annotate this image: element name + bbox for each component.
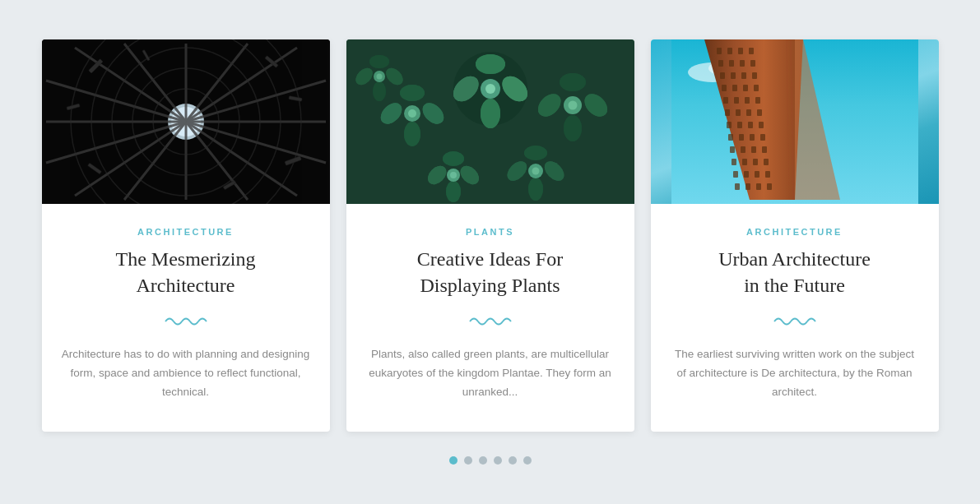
- svg-rect-126: [728, 134, 733, 141]
- svg-rect-145: [767, 183, 772, 190]
- svg-rect-122: [727, 122, 732, 128]
- svg-point-83: [532, 168, 539, 175]
- svg-rect-104: [740, 60, 745, 67]
- card-3-title: Urban Architecture in the Future: [671, 247, 919, 298]
- svg-point-70: [446, 181, 461, 202]
- svg-rect-120: [746, 109, 751, 116]
- dot-6[interactable]: [523, 456, 532, 465]
- card-2: PLANTS Creative Ideas For Displaying Pla…: [346, 39, 634, 431]
- svg-point-43: [485, 84, 495, 94]
- svg-rect-130: [730, 146, 735, 153]
- svg-rect-100: [738, 48, 743, 54]
- svg-point-53: [408, 109, 416, 118]
- cards-container: ARCHITECTURE The Mesmerizing Architectur…: [17, 39, 964, 431]
- svg-rect-105: [750, 60, 755, 67]
- svg-point-78: [524, 146, 547, 160]
- svg-rect-106: [720, 72, 725, 79]
- svg-point-73: [450, 172, 457, 178]
- svg-rect-102: [718, 60, 723, 67]
- svg-rect-142: [735, 183, 740, 190]
- svg-rect-101: [749, 48, 754, 54]
- pagination-dots: [449, 456, 532, 465]
- card-1-title: The Mesmerizing Architecture: [62, 247, 310, 298]
- svg-point-60: [564, 115, 582, 141]
- svg-rect-113: [754, 85, 759, 91]
- dot-2[interactable]: [464, 456, 472, 465]
- svg-rect-134: [732, 159, 736, 165]
- svg-point-68: [443, 151, 464, 166]
- svg-rect-98: [717, 48, 722, 54]
- dot-1[interactable]: [449, 456, 457, 465]
- card-3-category: ARCHITECTURE: [671, 227, 919, 237]
- svg-point-80: [528, 178, 543, 201]
- card-2-title: Creative Ideas For Displaying Plants: [366, 247, 615, 298]
- card-3-image: [651, 39, 939, 204]
- svg-rect-139: [744, 171, 749, 178]
- svg-rect-108: [741, 72, 746, 79]
- svg-rect-114: [723, 97, 728, 104]
- card-1-image: [42, 39, 330, 204]
- svg-rect-135: [742, 159, 747, 165]
- svg-rect-111: [732, 85, 737, 91]
- svg-rect-119: [736, 109, 741, 116]
- card-1-divider: [62, 312, 310, 331]
- card-1: ARCHITECTURE The Mesmerizing Architectur…: [42, 39, 330, 431]
- svg-rect-118: [725, 109, 730, 116]
- dot-4[interactable]: [494, 456, 502, 465]
- svg-point-50: [404, 122, 420, 146]
- svg-point-40: [481, 99, 500, 128]
- svg-rect-123: [737, 122, 742, 128]
- svg-rect-144: [756, 183, 761, 190]
- svg-rect-107: [731, 72, 736, 79]
- svg-rect-133: [762, 146, 767, 153]
- svg-rect-109: [752, 72, 757, 79]
- dot-3[interactable]: [479, 456, 487, 465]
- svg-point-90: [373, 81, 386, 101]
- card-3-divider: [671, 312, 919, 331]
- svg-point-88: [369, 55, 389, 68]
- card-3: ARCHITECTURE Urban Architecture in the F…: [651, 39, 939, 431]
- svg-point-63: [568, 101, 577, 110]
- svg-rect-115: [734, 97, 739, 104]
- card-2-category: PLANTS: [366, 227, 615, 237]
- svg-rect-143: [745, 183, 750, 190]
- svg-rect-128: [750, 134, 755, 141]
- svg-rect-129: [760, 134, 765, 141]
- svg-rect-132: [751, 146, 756, 153]
- svg-rect-138: [733, 171, 738, 178]
- card-2-description: Plants, also called green plants, are mu…: [366, 345, 615, 402]
- card-1-category: ARCHITECTURE: [62, 227, 310, 237]
- svg-rect-121: [757, 109, 762, 116]
- card-3-description: The earliest surviving written work on t…: [671, 345, 919, 402]
- svg-point-38: [476, 54, 505, 74]
- svg-rect-136: [753, 159, 758, 165]
- svg-rect-137: [764, 159, 769, 165]
- svg-rect-116: [745, 97, 750, 104]
- card-1-body: ARCHITECTURE The Mesmerizing Architectur…: [42, 204, 330, 431]
- svg-rect-117: [755, 97, 760, 104]
- svg-rect-112: [743, 85, 748, 91]
- svg-rect-124: [748, 122, 753, 128]
- svg-point-48: [400, 85, 425, 101]
- svg-point-58: [560, 73, 586, 91]
- card-1-description: Architecture has to do with planning and…: [62, 345, 310, 402]
- dot-5[interactable]: [509, 456, 517, 465]
- svg-rect-141: [765, 171, 770, 178]
- svg-rect-103: [729, 60, 734, 67]
- svg-rect-140: [755, 171, 759, 178]
- svg-rect-127: [739, 134, 744, 141]
- card-2-body: PLANTS Creative Ideas For Displaying Pla…: [346, 204, 634, 431]
- card-3-body: ARCHITECTURE Urban Architecture in the F…: [651, 204, 939, 431]
- card-2-divider: [366, 312, 615, 331]
- svg-rect-110: [722, 85, 727, 91]
- svg-rect-125: [759, 122, 764, 128]
- svg-rect-131: [741, 146, 745, 153]
- card-2-image: [346, 39, 634, 204]
- svg-rect-99: [727, 48, 732, 54]
- svg-point-93: [376, 74, 382, 80]
